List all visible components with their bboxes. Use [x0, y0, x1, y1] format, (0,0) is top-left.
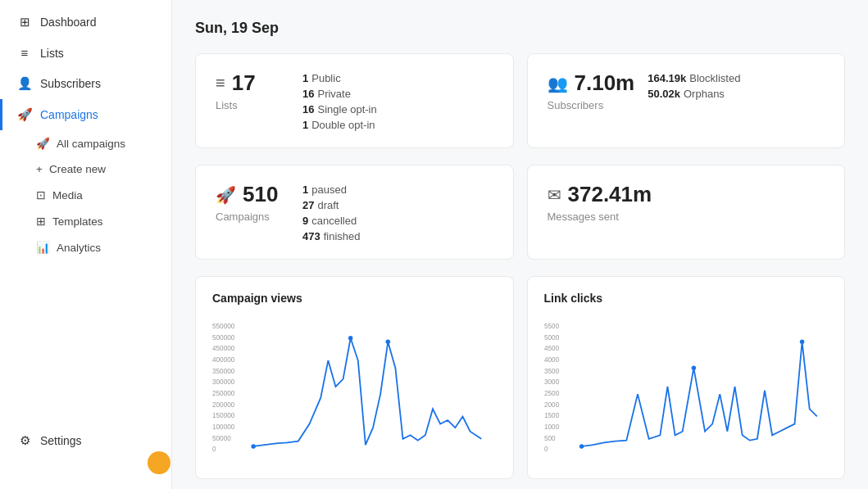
lists-detail-single: 16 Single opt-in — [302, 103, 377, 115]
sidebar-label-subscribers: Subscribers — [40, 77, 101, 90]
sidebar-label-settings: Settings — [40, 434, 82, 447]
stat-card-messages-left: ✉ 372.41m Messages sent — [548, 182, 652, 223]
lists-double-label: Double opt-in — [311, 119, 375, 131]
campaigns-label: Campaigns — [216, 211, 289, 223]
sidebar-label-lists: Lists — [40, 47, 64, 60]
sidebar-label-analytics: Analytics — [57, 242, 101, 254]
sidebar-item-subscribers[interactable]: 👤 Subscribers — [0, 68, 171, 99]
subscribers-stat-icon: 👥 — [548, 74, 568, 93]
messages-stat-icon: ✉ — [548, 185, 561, 205]
svg-text:5500: 5500 — [544, 323, 560, 330]
svg-text:0: 0 — [212, 446, 216, 453]
stat-card-messages: ✉ 372.41m Messages sent — [527, 165, 846, 260]
stat-campaigns-main: 🚀 510 — [216, 182, 289, 207]
svg-text:300000: 300000 — [212, 378, 235, 386]
chart-dot — [579, 444, 583, 448]
sidebar-label-campaigns: Campaigns — [40, 108, 98, 121]
dashboard-icon: ⊞ — [17, 15, 32, 29]
svg-text:200000: 200000 — [212, 401, 235, 409]
blocklisted-count: 164.19k — [648, 72, 686, 84]
stats-row: ≡ 17 Lists 1 Public 16 Private 16 Single… — [195, 53, 845, 148]
stat-card-subscribers-right: 164.19k Blocklisted 50.02k Orphans — [648, 70, 740, 100]
chart-clicks-title: Link clicks — [544, 292, 829, 305]
sidebar-item-settings[interactable]: ⚙ Settings — [0, 425, 171, 456]
sidebar-label-create-new: Create new — [49, 163, 106, 175]
subscribers-icon: 👤 — [17, 76, 32, 91]
svg-text:5000: 5000 — [544, 334, 560, 342]
svg-text:150000: 150000 — [212, 412, 235, 419]
draft-count: 27 — [302, 199, 314, 211]
svg-text:0: 0 — [544, 446, 548, 453]
chart-views-title: Campaign views — [212, 292, 497, 305]
campaigns-detail-draft: 27 draft — [302, 199, 361, 211]
campaigns-detail-finished: 473 finished — [302, 230, 361, 242]
stat-card-campaigns-left: 🚀 510 Campaigns — [216, 182, 289, 223]
chart-dot — [348, 336, 352, 340]
sidebar-label-media: Media — [52, 189, 83, 201]
lists-detail-double: 1 Double opt-in — [302, 119, 377, 131]
svg-text:2500: 2500 — [544, 390, 560, 397]
sidebar-sub-all-campaigns[interactable]: 🚀 All campaigns — [0, 130, 171, 156]
stat-card-lists-left: ≡ 17 Lists — [216, 70, 289, 111]
stat-lists-main: ≡ 17 — [216, 70, 289, 96]
sidebar-sub-create-new[interactable]: + Create new — [0, 156, 171, 182]
chart-dot — [251, 444, 255, 448]
finished-label: finished — [324, 230, 361, 242]
charts-row: Campaign views 550000 500000 450000 4000… — [195, 276, 845, 479]
sidebar-sub-media[interactable]: ⊡ Media — [0, 182, 171, 208]
main-content: Sun, 19 Sep ≡ 17 Lists 1 Public 16 Priva… — [172, 0, 868, 489]
campaigns-count: 510 — [243, 182, 278, 207]
settings-icon: ⚙ — [17, 433, 32, 448]
cancelled-label: cancelled — [311, 215, 357, 227]
lists-detail-private: 16 Private — [302, 88, 377, 100]
page-date: Sun, 19 Sep — [195, 20, 845, 37]
orphans-count: 50.02k — [648, 88, 680, 100]
sidebar-item-lists[interactable]: ≡ Lists — [0, 38, 171, 68]
stat-messages-main: ✉ 372.41m — [548, 182, 652, 207]
stat-card-subscribers-left: 👥 7.10m Subscribers — [548, 70, 635, 111]
lists-single-count: 16 — [302, 103, 314, 115]
svg-text:400000: 400000 — [212, 356, 235, 364]
svg-text:500: 500 — [544, 435, 556, 442]
chart-dot — [691, 365, 695, 369]
paused-label: paused — [311, 183, 347, 196]
svg-text:500000: 500000 — [212, 334, 235, 342]
stat-card-subscribers: 👥 7.10m Subscribers 164.19k Blocklisted … — [527, 53, 846, 148]
sidebar-item-campaigns[interactable]: 🚀 Campaigns — [0, 99, 171, 130]
sidebar-item-dashboard[interactable]: ⊞ Dashboard — [0, 7, 171, 38]
svg-text:50000: 50000 — [212, 435, 231, 442]
lists-public-label: Public — [311, 72, 340, 84]
sidebar-label-dashboard: Dashboard — [40, 16, 97, 29]
campaigns-detail-cancelled: 9 cancelled — [302, 215, 361, 227]
cancelled-count: 9 — [302, 215, 308, 227]
subscribers-detail-orphans: 50.02k Orphans — [648, 88, 740, 100]
chart-card-clicks: Link clicks 5500 5000 4500 4000 3500 300… — [527, 276, 846, 479]
paused-count: 1 — [302, 183, 308, 196]
create-new-icon: + — [36, 163, 43, 175]
templates-icon: ⊞ — [36, 215, 46, 228]
lists-stat-icon: ≡ — [216, 74, 225, 93]
link-clicks-chart: 5500 5000 4500 4000 3500 3000 2500 2000 … — [544, 313, 829, 460]
lists-double-count: 1 — [302, 119, 308, 131]
svg-text:4000: 4000 — [544, 356, 560, 364]
subscribers-detail-blocklisted: 164.19k Blocklisted — [648, 72, 740, 84]
sidebar-sub-analytics[interactable]: 📊 Analytics — [0, 234, 171, 260]
lists-single-label: Single opt-in — [317, 103, 376, 115]
sidebar: ⊞ Dashboard ≡ Lists 👤 Subscribers 🚀 Camp… — [0, 0, 172, 489]
orange-dot-indicator — [148, 451, 170, 474]
svg-text:1500: 1500 — [544, 412, 560, 419]
svg-text:4500: 4500 — [544, 345, 560, 352]
stat-card-campaigns: 🚀 510 Campaigns 1 paused 27 draft 9 canc… — [195, 165, 514, 260]
svg-text:3500: 3500 — [544, 368, 560, 375]
analytics-icon: 📊 — [36, 241, 50, 254]
svg-text:2000: 2000 — [544, 401, 560, 409]
sidebar-sub-templates[interactable]: ⊞ Templates — [0, 208, 171, 234]
campaign-views-chart: 550000 500000 450000 400000 350000 30000… — [212, 313, 497, 460]
chart-clicks-line — [581, 342, 816, 446]
blocklisted-label: Blocklisted — [689, 72, 740, 84]
lists-count: 17 — [232, 70, 256, 96]
stats-row-2: 🚀 510 Campaigns 1 paused 27 draft 9 canc… — [195, 165, 845, 260]
subscribers-label: Subscribers — [548, 99, 635, 111]
finished-count: 473 — [302, 230, 320, 242]
lists-detail-public: 1 Public — [302, 72, 377, 84]
